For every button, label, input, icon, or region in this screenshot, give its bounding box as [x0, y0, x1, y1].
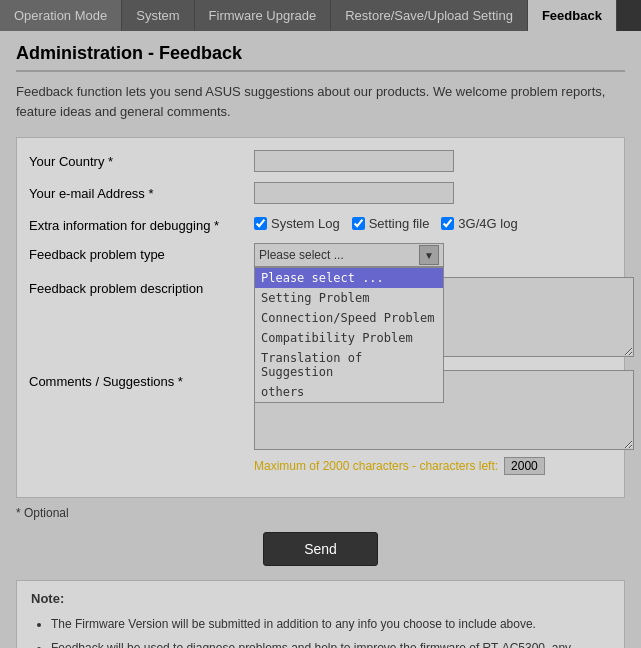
dropdown-arrow-icon[interactable]: ▼	[419, 245, 439, 265]
problem-type-dropdown-container: Please select ... ▼ Please select ... Se…	[254, 243, 612, 267]
tab-restore-save-upload[interactable]: Restore/Save/Upload Setting	[331, 0, 528, 31]
email-input[interactable]	[254, 182, 454, 204]
notes-list: The Firmware Version will be submitted i…	[31, 614, 610, 648]
email-row: Your e-mail Address *	[29, 182, 612, 204]
tab-feedback[interactable]: Feedback	[528, 0, 617, 31]
3g4g-log-checkbox-label[interactable]: 3G/4G log	[441, 216, 517, 231]
dropdown-option-translation[interactable]: Translation of Suggestion	[255, 348, 443, 382]
tab-operation-mode[interactable]: Operation Mode	[0, 0, 122, 31]
country-input[interactable]	[254, 150, 454, 172]
main-content: Administration - Feedback Feedback funct…	[0, 31, 641, 648]
extra-info-label: Extra information for debugging *	[29, 214, 254, 233]
country-row: Your Country *	[29, 150, 612, 172]
dropdown-selected-text: Please select ...	[259, 248, 419, 262]
setting-file-checkbox-label[interactable]: Setting file	[352, 216, 430, 231]
3g4g-log-label: 3G/4G log	[458, 216, 517, 231]
notes-section: Note: The Firmware Version will be submi…	[16, 580, 625, 648]
char-count-value: 2000	[504, 457, 545, 475]
send-button[interactable]: Send	[263, 532, 378, 566]
setting-file-label: Setting file	[369, 216, 430, 231]
char-count-label: Maximum of 2000 characters - characters …	[254, 459, 498, 473]
note-item-2: Feedback will be used to diagnose proble…	[51, 638, 610, 648]
notes-title: Note:	[31, 591, 610, 606]
extra-info-row: Extra information for debugging * System…	[29, 214, 612, 233]
problem-type-control: Please select ... ▼ Please select ... Se…	[254, 243, 612, 267]
feedback-form: Your Country * Your e-mail Address * Ext…	[16, 137, 625, 498]
char-count-row: Maximum of 2000 characters - characters …	[254, 457, 634, 475]
optional-note: * Optional	[16, 506, 625, 520]
system-log-checkbox[interactable]	[254, 217, 267, 230]
page-description: Feedback function lets you send ASUS sug…	[16, 82, 625, 121]
system-log-label: System Log	[271, 216, 340, 231]
problem-desc-label: Feedback problem description	[29, 277, 254, 296]
note-item-1: The Firmware Version will be submitted i…	[51, 614, 610, 634]
3g4g-log-checkbox[interactable]	[441, 217, 454, 230]
dropdown-option-connection-speed[interactable]: Connection/Speed Problem	[255, 308, 443, 328]
send-btn-container: Send	[16, 532, 625, 566]
dropdown-list: Please select ... Setting Problem Connec…	[254, 267, 444, 403]
country-label: Your Country *	[29, 150, 254, 169]
tab-system[interactable]: System	[122, 0, 194, 31]
page-title: Administration - Feedback	[16, 43, 625, 72]
extra-info-control: System Log Setting file 3G/4G log	[254, 214, 612, 231]
dropdown-option-setting-problem[interactable]: Setting Problem	[255, 288, 443, 308]
problem-type-row: Feedback problem type Please select ... …	[29, 243, 612, 267]
problem-type-label: Feedback problem type	[29, 243, 254, 262]
checkbox-group: System Log Setting file 3G/4G log	[254, 214, 612, 231]
system-log-checkbox-label[interactable]: System Log	[254, 216, 340, 231]
email-control	[254, 182, 612, 204]
dropdown-option-please-select[interactable]: Please select ...	[255, 268, 443, 288]
tab-firmware-upgrade[interactable]: Firmware Upgrade	[195, 0, 332, 31]
email-label: Your e-mail Address *	[29, 182, 254, 201]
dropdown-option-others[interactable]: others	[255, 382, 443, 402]
problem-type-dropdown-display[interactable]: Please select ... ▼	[254, 243, 444, 267]
note-item-2-text: Feedback will be used to diagnose proble…	[51, 641, 605, 648]
setting-file-checkbox[interactable]	[352, 217, 365, 230]
dropdown-option-compatibility[interactable]: Compatibility Problem	[255, 328, 443, 348]
comments-label: Comments / Suggestions *	[29, 370, 254, 389]
country-control	[254, 150, 612, 172]
nav-tabs: Operation Mode System Firmware Upgrade R…	[0, 0, 641, 31]
